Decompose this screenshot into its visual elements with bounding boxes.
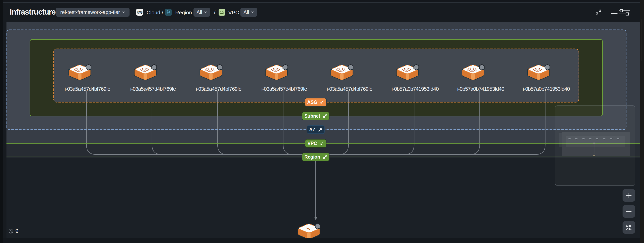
svg-text:aws: aws <box>137 10 142 13</box>
